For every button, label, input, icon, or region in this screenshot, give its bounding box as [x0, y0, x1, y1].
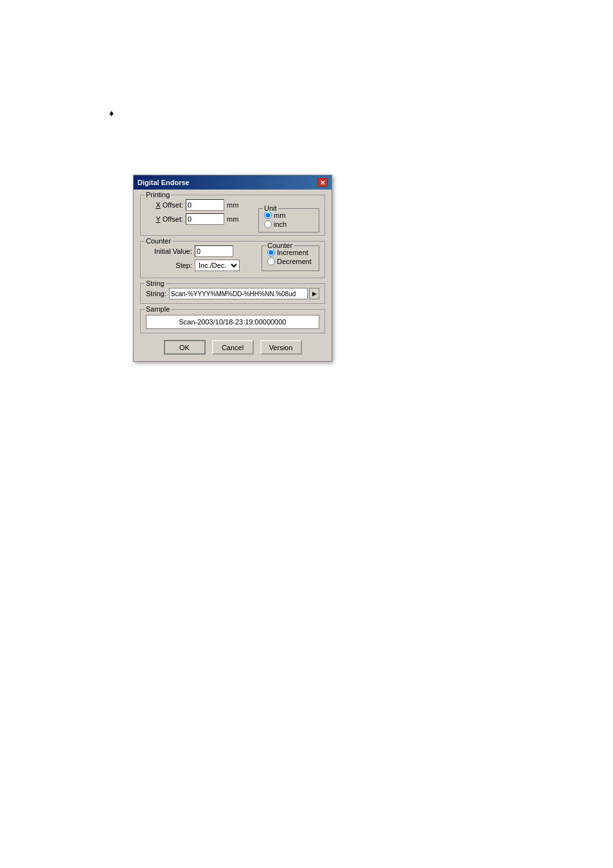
- counter-section-label: Counter: [145, 237, 172, 245]
- dialog-content: Printing X Offset: mm Y Offset:: [134, 190, 332, 361]
- string-arrow-button[interactable]: ▶: [309, 288, 319, 299]
- radio-increment[interactable]: [267, 249, 275, 256]
- y-offset-label: Y Offset:: [146, 215, 183, 223]
- radio-increment-row: Increment: [267, 249, 314, 256]
- bullet-point: ♦: [109, 108, 114, 118]
- sample-display: Scan-2003/10/18-23:19:00000000: [146, 315, 319, 329]
- radio-decrement-row: Decrement: [267, 258, 314, 265]
- counter-left: Initial Value: Step: Inc./Dec. 0 Inc./De…: [146, 245, 256, 274]
- button-row: OK Cancel Version: [140, 340, 325, 355]
- radio-inch[interactable]: [264, 220, 272, 228]
- string-input[interactable]: [169, 288, 308, 299]
- radio-inch-label: inch: [274, 220, 287, 228]
- counter-radio-box: Counter Increment Decrement: [262, 245, 319, 271]
- radio-mm-label: mm: [274, 211, 285, 219]
- unit-box-label: Unit: [263, 204, 278, 212]
- step-label: Step:: [146, 261, 192, 269]
- initial-value-label: Initial Value:: [146, 247, 192, 255]
- y-offset-input[interactable]: [186, 213, 224, 225]
- radio-mm-row: mm: [264, 211, 314, 219]
- step-row: Step: Inc./Dec. 0 Inc./Dec. 1 Inc./Dec. …: [146, 260, 256, 271]
- x-offset-label: X Offset:: [146, 201, 183, 209]
- string-field-label: String:: [146, 290, 166, 297]
- cancel-button[interactable]: Cancel: [212, 340, 254, 355]
- y-offset-unit: mm: [227, 215, 238, 223]
- x-offset-input[interactable]: [186, 199, 224, 211]
- string-row: String: ▶: [146, 288, 319, 299]
- radio-inch-row: inch: [264, 220, 314, 228]
- initial-value-input[interactable]: [195, 245, 233, 257]
- sample-section: Sample Scan-2003/10/18-23:19:00000000: [140, 309, 325, 333]
- counter-inner: Initial Value: Step: Inc./Dec. 0 Inc./De…: [146, 245, 319, 274]
- unit-box: Unit mm inch: [258, 208, 319, 233]
- close-button[interactable]: ✕: [317, 178, 328, 187]
- printing-label: Printing: [145, 191, 171, 199]
- string-section: String String: ▶: [140, 283, 325, 304]
- digital-endorse-dialog: Digital Endorse ✕ Printing X Offset: mm: [133, 175, 332, 362]
- x-offset-unit: mm: [227, 201, 238, 209]
- radio-increment-label: Increment: [277, 249, 308, 256]
- counter-section: Counter Initial Value: Step: Inc./Dec. 0…: [140, 241, 325, 278]
- sample-label: Sample: [145, 305, 171, 313]
- dialog-title: Digital Endorse: [138, 179, 190, 186]
- radio-mm[interactable]: [264, 211, 272, 219]
- printing-inner: X Offset: mm Y Offset: mm: [146, 199, 319, 231]
- counter-box-label: Counter: [266, 242, 294, 249]
- step-select[interactable]: Inc./Dec. 0 Inc./Dec. 1 Inc./Dec. 2: [195, 260, 240, 271]
- radio-decrement-label: Decrement: [277, 258, 312, 265]
- string-section-label: String: [145, 279, 166, 287]
- ok-button[interactable]: OK: [164, 340, 206, 355]
- version-button[interactable]: Version: [260, 340, 302, 355]
- initial-value-row: Initial Value:: [146, 245, 256, 257]
- radio-decrement[interactable]: [267, 258, 275, 265]
- title-bar: Digital Endorse ✕: [134, 175, 332, 190]
- printing-section: Printing X Offset: mm Y Offset:: [140, 195, 325, 236]
